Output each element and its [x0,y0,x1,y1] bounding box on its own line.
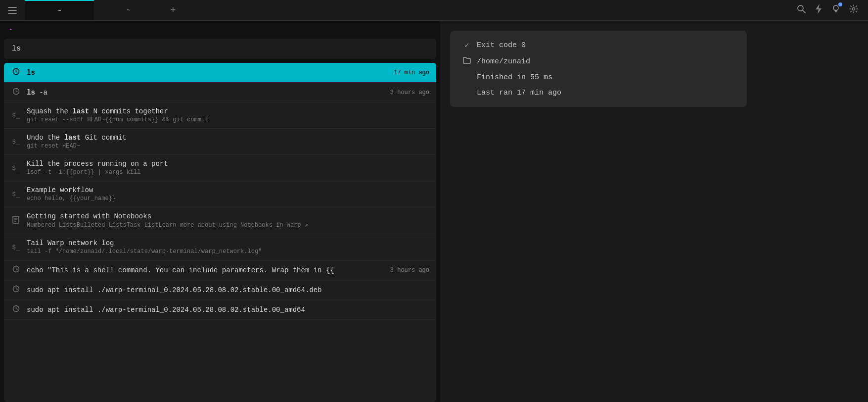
ac-subcommand: git reset --soft HEAD~{{num_commits}} &&… [27,116,429,123]
ac-time: 3 hours ago [390,89,429,96]
snippet-icon: $_ [11,111,21,119]
ac-command: ls -a [27,89,384,97]
ac-text: ls -a [27,89,384,97]
ac-text: Getting started with Notebooks Numbered … [27,212,429,229]
add-tab-button[interactable]: + [163,0,183,20]
ac-command: Getting started with Notebooks [27,212,429,220]
ac-subcommand: lsof -t -i:{{port}} | xargs kill [27,169,429,176]
notebook-icon [11,216,21,226]
ac-text: Squash the last N commits together git r… [27,107,429,123]
terminal-panel: ~ ls ls 17 min ago ls -a [0,21,440,402]
svg-rect-7 [835,10,837,11]
svg-rect-2 [8,13,17,14]
notification-dot [838,2,842,6]
autocomplete-item[interactable]: ls 17 min ago [4,63,436,83]
info-panel: ✓ Exit code 0 /home/zunaid Finished in 5… [440,21,868,402]
tab-1[interactable]: ~ [25,0,94,20]
tab-bar-actions [797,0,868,20]
ac-command: Undo the last Git commit [27,134,429,142]
ac-text: echo "This is a shell command. You can i… [27,266,384,274]
ac-time: 3 hours ago [390,267,429,274]
lightning-icon[interactable] [815,4,822,16]
autocomplete-item[interactable]: $_ Tail Warp network log tail -f "/home/… [4,234,436,260]
last-ran-row: Last ran 17 min ago [462,89,735,97]
autocomplete-list: ls 17 min ago ls -a 3 hours ago $_ Squas… [4,63,436,402]
prompt-header: ~ [0,21,440,39]
svg-rect-0 [8,7,17,8]
ac-command: ls [27,69,388,77]
main-content: ~ ls ls 17 min ago ls -a [0,21,868,402]
ac-command: Example workflow [27,186,429,194]
snippet-icon: $_ [11,243,21,251]
lightbulb-icon[interactable] [831,4,840,16]
history-icon [11,305,21,314]
snippet-icon: $_ [11,138,21,146]
folder-icon [462,57,472,66]
ac-text: Kill the process running on a port lsof … [27,160,429,176]
svg-rect-8 [835,11,837,12]
search-icon[interactable] [797,4,806,16]
ac-subcommand: git reset HEAD~ [27,143,429,150]
ac-command: Kill the process running on a port [27,160,429,168]
check-icon: ✓ [462,41,472,50]
ac-subcommand: tail -f "/home/zunaid/.local/state/warp-… [27,248,429,255]
command-block[interactable]: ls [4,39,436,59]
svg-point-3 [798,5,803,11]
history-icon [11,88,21,97]
svg-line-4 [803,10,805,13]
history-icon [11,265,21,275]
settings-icon[interactable] [849,4,858,16]
sidebar-toggle-button[interactable] [0,0,25,20]
tab-2[interactable]: ~ [94,0,163,20]
autocomplete-item[interactable]: sudo apt install ./warp-terminal_0.2024.… [4,280,436,300]
tab-bar-left: ~ ~ + [0,0,183,20]
directory-row: /home/zunaid [462,57,735,66]
ac-command: Tail Warp network log [27,239,429,247]
autocomplete-item[interactable]: echo "This is a shell command. You can i… [4,260,436,280]
ac-text: sudo apt install ./warp-terminal_0.2024.… [27,286,429,294]
command-info-card: ✓ Exit code 0 /home/zunaid Finished in 5… [450,31,747,107]
svg-rect-1 [8,10,17,11]
autocomplete-item[interactable]: sudo apt install ./warp-terminal_0.2024.… [4,300,436,320]
ac-text: Undo the last Git commit git reset HEAD~ [27,134,429,150]
ac-subcommand: echo hello, {{your_name}} [27,195,429,202]
ac-command: sudo apt install ./warp-terminal_0.2024.… [27,306,429,314]
snippet-icon: $_ [11,164,21,172]
autocomplete-item[interactable]: ls -a 3 hours ago [4,83,436,102]
autocomplete-item[interactable]: Getting started with Notebooks Numbered … [4,207,436,234]
svg-marker-5 [816,4,822,14]
ac-subcommand: Numbered ListsBulleted ListsTask ListLea… [27,221,429,229]
history-icon [11,285,21,295]
ac-command: echo "This is a shell command. You can i… [27,266,384,274]
finished-in-row: Finished in 55 ms [462,73,735,82]
ac-command: sudo apt install ./warp-terminal_0.2024.… [27,286,429,294]
snippet-icon: $_ [11,190,21,198]
autocomplete-item[interactable]: $_ Example workflow echo hello, {{your_n… [4,181,436,207]
autocomplete-item[interactable]: $_ Kill the process running on a port ls… [4,155,436,181]
ac-text: sudo apt install ./warp-terminal_0.2024.… [27,306,429,314]
ac-command: Squash the last N commits together [27,107,429,115]
svg-point-6 [833,5,838,10]
ac-text: Tail Warp network log tail -f "/home/zun… [27,239,429,255]
ac-text: Example workflow echo hello, {{your_name… [27,186,429,202]
svg-point-9 [853,8,855,10]
tab-bar: ~ ~ + [0,0,868,21]
autocomplete-item[interactable]: $_ Undo the last Git commit git reset HE… [4,129,436,155]
ac-text: ls [27,69,388,77]
history-icon [11,68,21,77]
exit-code-row: ✓ Exit code 0 [462,41,735,50]
autocomplete-item[interactable]: $_ Squash the last N commits together gi… [4,102,436,129]
ac-time: 17 min ago [394,69,429,76]
